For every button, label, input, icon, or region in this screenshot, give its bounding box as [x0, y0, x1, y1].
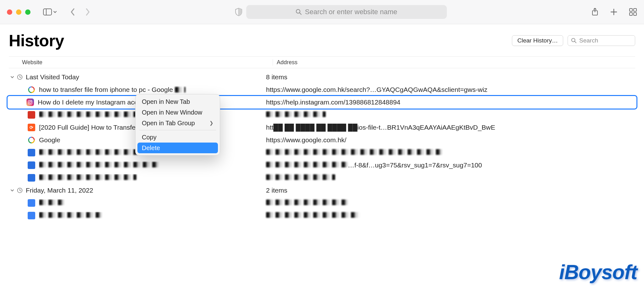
svg-rect-5	[630, 8, 632, 11]
chevron-down-icon[interactable]	[9, 188, 16, 193]
menu-delete[interactable]: Delete	[137, 143, 218, 153]
minimize-window-icon[interactable]	[16, 9, 21, 15]
history-table-header: Website Address	[9, 56, 635, 68]
history-row[interactable]	[9, 146, 635, 159]
site-favicon-icon	[28, 199, 35, 207]
history-table-body: Last Visited Today 8 items how to transf…	[0, 68, 644, 222]
menu-separator	[139, 130, 216, 130]
date-group-count: 8 items	[266, 73, 287, 81]
history-row[interactable]: …f-8&f…ug3=75&rsv_sug1=7&rsv_sug7=100	[9, 159, 635, 172]
history-row-url: htt██ ██ ████ ██ ████ ██ios-file-t…BR1Vn…	[266, 124, 495, 131]
sidebar-toggle-button[interactable]	[43, 8, 57, 15]
history-row-url	[266, 199, 348, 207]
history-row-title	[39, 174, 272, 182]
search-placeholder: Search	[579, 37, 598, 44]
instagram-favicon-icon	[26, 98, 34, 106]
svg-rect-7	[630, 13, 632, 15]
date-group-count: 2 items	[266, 187, 287, 194]
new-tab-button[interactable]	[610, 8, 618, 16]
clock-icon	[16, 188, 24, 193]
fullscreen-window-icon[interactable]	[25, 9, 31, 15]
menu-open-tab-group[interactable]: Open in Tab Group ❯	[137, 118, 218, 128]
address-bar[interactable]: Search or enter website name	[246, 5, 447, 19]
svg-line-10	[575, 42, 576, 43]
svg-rect-8	[634, 13, 636, 15]
site-favicon-icon	[28, 111, 35, 119]
svg-rect-13	[28, 100, 32, 104]
chevron-down-icon	[53, 10, 57, 14]
history-row-url: https://help.instagram.com/1398868128488…	[266, 98, 400, 106]
forward-button[interactable]	[85, 8, 90, 16]
site-favicon-icon	[28, 161, 35, 169]
date-group-label: Friday, March 11, 2022	[26, 187, 93, 194]
svg-line-3	[300, 13, 301, 14]
share-button[interactable]	[591, 8, 599, 16]
site-favicon-icon: ⟳	[28, 124, 35, 131]
window-toolbar: Search or enter website name	[0, 0, 644, 24]
site-favicon-icon	[28, 149, 35, 156]
back-button[interactable]	[70, 8, 75, 16]
history-row-url	[266, 174, 335, 182]
privacy-shield-icon[interactable]	[235, 8, 242, 16]
chevron-right-icon: ❯	[209, 120, 214, 126]
clear-history-button[interactable]: Clear History…	[512, 35, 563, 46]
svg-point-2	[296, 9, 300, 13]
address-placeholder: Search or enter website name	[305, 8, 397, 16]
close-window-icon[interactable]	[7, 9, 12, 15]
history-search-input[interactable]: Search	[568, 35, 635, 46]
clock-icon	[16, 74, 24, 80]
context-menu: Open in New Tab Open in New Window Open …	[135, 94, 220, 155]
svg-rect-6	[634, 8, 636, 11]
history-row-title	[39, 161, 272, 169]
history-row[interactable]: Google https://www.google.com.hk/	[9, 134, 635, 146]
date-group-header[interactable]: Last Visited Today 8 items	[9, 71, 635, 83]
sidebar-icon	[43, 8, 52, 15]
page-title: History	[9, 31, 64, 50]
google-favicon-icon	[28, 136, 35, 144]
date-group-header[interactable]: Friday, March 11, 2022 2 items	[9, 184, 635, 197]
site-favicon-icon	[28, 174, 35, 182]
history-row[interactable]: how to transfer file from iphone to pc -…	[9, 83, 635, 96]
history-row[interactable]	[9, 209, 635, 222]
history-row-url	[266, 111, 326, 119]
history-row-url	[266, 149, 442, 156]
column-address[interactable]: Address	[273, 59, 635, 66]
history-row-url: …f-8&f…ug3=75&rsv_sug1=7&rsv_sug7=100	[266, 161, 482, 169]
history-row[interactable]	[9, 109, 635, 121]
watermark-logo: iBoysoft	[559, 261, 637, 284]
chevron-down-icon[interactable]	[9, 75, 16, 79]
history-row[interactable]	[9, 172, 635, 184]
column-website[interactable]: Website	[9, 59, 273, 66]
history-row-title	[39, 199, 272, 207]
history-row[interactable]: ⟳ [2020 Full Guide] How to Transfer Fi h…	[9, 121, 635, 134]
menu-open-new-tab[interactable]: Open in New Tab	[137, 96, 218, 107]
site-favicon-icon	[28, 212, 35, 219]
history-row-url: https://www.google.com.hk/search?…GYAQCg…	[266, 86, 487, 93]
history-row[interactable]: How do I delete my Instagram accou https…	[8, 96, 636, 109]
history-row-url: https://www.google.com.hk/	[266, 136, 347, 144]
google-favicon-icon	[28, 86, 35, 93]
page-header: History Clear History… Search	[0, 24, 644, 53]
date-group-label: Last Visited Today	[26, 73, 79, 81]
history-row-title: how to transfer file from iphone to pc -…	[39, 86, 272, 93]
svg-point-15	[31, 101, 32, 102]
svg-point-14	[29, 101, 31, 103]
search-icon	[296, 9, 302, 15]
search-icon	[571, 38, 577, 43]
menu-open-new-window[interactable]: Open in New Window	[137, 107, 218, 118]
traffic-lights	[7, 9, 31, 15]
tab-overview-button[interactable]	[629, 8, 637, 16]
history-row-title	[39, 212, 272, 219]
svg-rect-0	[43, 9, 52, 15]
history-row[interactable]	[9, 197, 635, 209]
menu-copy[interactable]: Copy	[137, 132, 218, 143]
history-row-url	[266, 212, 360, 219]
svg-point-9	[572, 38, 575, 42]
